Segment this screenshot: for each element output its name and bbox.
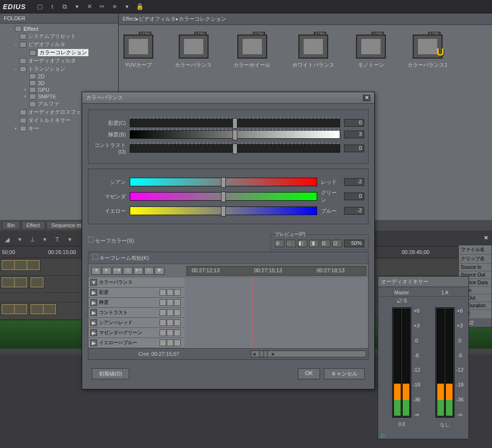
current-time: Crnt: 00:27:15;07 [138, 351, 179, 357]
tool-icon[interactable]: ⊥ [28, 235, 37, 244]
video-clip[interactable] [1, 259, 40, 271]
close-icon[interactable]: ✕ [482, 235, 490, 242]
app-title: EDIUS [3, 3, 26, 11]
slider-value[interactable]: -2 [344, 207, 364, 215]
tree-item[interactable]: -Effect [0, 25, 118, 32]
slider-value[interactable]: 3 [344, 131, 364, 138]
color-slider[interactable] [130, 192, 317, 201]
toolbar-icon[interactable]: ▢ [36, 2, 44, 11]
tree-item[interactable]: -ビデオフィルタ [0, 40, 118, 48]
breadcrumb: Effect▸ビデオフィルタ▸カラーコレクション [119, 13, 492, 25]
timecode: 00:26:15;00 [48, 249, 76, 255]
sidebar-header: FOLDER [0, 13, 118, 24]
color-slider[interactable] [130, 178, 317, 186]
close-icon[interactable]: ✕ [363, 95, 370, 101]
slider-value[interactable]: 0 [344, 193, 364, 200]
info-row: クリップ名 [459, 254, 492, 264]
keyframe-param-row[interactable]: ▶イエロー⇔ブルー [88, 338, 184, 348]
toolbar-dropdown-icon[interactable]: ▾ [73, 2, 82, 11]
preview-mode-button[interactable]: ⊘ [275, 240, 284, 247]
timecode: 00:28:45;00 [402, 249, 430, 255]
tree-item[interactable]: カラーコレクション [0, 48, 118, 57]
slider-value[interactable]: 0 [344, 119, 364, 127]
safe-color-checkbox[interactable]: セーフカラー(S) [88, 237, 134, 244]
play-icon[interactable]: ▷ [378, 431, 468, 439]
slider[interactable] [130, 119, 340, 127]
video-clip[interactable] [30, 303, 57, 315]
tool-dropdown-icon[interactable]: ▾ [15, 235, 24, 244]
effect-thumbnail[interactable]: V.FilterUカラーバランス1 [407, 35, 447, 69]
mixer-meter: +6+30-6-12-18-36-∞ [392, 307, 411, 418]
keyframe-param-row[interactable]: ▼カラーバランス [88, 278, 184, 288]
keyframe-param-row[interactable]: ▶シアン⇔レッド [88, 318, 184, 328]
preview-mode-button[interactable]: □ [286, 240, 296, 247]
preview-mode-button[interactable]: ◧ [298, 240, 308, 247]
toolbar-icon[interactable]: t [48, 2, 57, 11]
keyframe-param-row[interactable]: ▶彩度 [88, 288, 184, 298]
mixer-title: オーディオミキサー [378, 277, 468, 287]
toolbar-icon[interactable]: ≡ [111, 2, 119, 11]
lock-icon[interactable]: 🔒 [135, 2, 144, 11]
color-balance-dialog: カラーバランス ✕ 彩度(C)0輝度(B)3コントラスト(O)0 シアンレッド-… [82, 92, 375, 389]
preview-percent[interactable]: 50% [344, 240, 364, 247]
keyframe-graph[interactable] [184, 278, 368, 348]
video-clip[interactable] [1, 277, 28, 288]
tree-item[interactable]: オーディオフィルタ [0, 57, 118, 65]
keyframe-param-row[interactable]: ▶マゼンダ⇔グリーン [88, 328, 184, 338]
cancel-button[interactable]: キャンセル [324, 368, 365, 379]
mixer-value[interactable]: 0.0 [380, 421, 423, 428]
slider-value[interactable]: -2 [344, 178, 364, 186]
kf-play-button[interactable]: ▶ [155, 267, 164, 275]
toolbar-dropdown-icon[interactable]: ▾ [123, 2, 132, 11]
dialog-title: カラーバランス [86, 94, 123, 101]
kf-add-button[interactable]: ◇ [123, 267, 133, 275]
effect-thumbnail[interactable]: V.FilterYUVカーブ [123, 35, 153, 69]
slider-value[interactable]: 0 [344, 145, 364, 152]
keyframe-param-row[interactable]: ▶輝度 [88, 298, 184, 308]
mixer-channel-master: Master [380, 289, 423, 297]
slider[interactable] [130, 130, 340, 139]
tool-dropdown-icon[interactable]: ▾ [40, 235, 49, 244]
video-clip[interactable] [1, 303, 28, 315]
tab-bin[interactable]: Bin [2, 221, 20, 230]
video-clip[interactable] [30, 277, 44, 288]
color-slider[interactable] [130, 206, 317, 215]
info-row: Source In [459, 264, 492, 271]
tree-item[interactable]: システムプリセット [0, 32, 118, 40]
effect-thumbnail[interactable]: V.Filterカラーホイール [234, 35, 271, 69]
tree-item[interactable]: 3D [0, 80, 118, 86]
kf-nav-button[interactable]: ► [102, 267, 111, 275]
slider[interactable] [130, 144, 340, 153]
default-button[interactable]: 初期値(D) [92, 368, 129, 379]
kf-play-button[interactable]: ▷ [144, 267, 154, 275]
mixer-mode[interactable]: なし [423, 421, 467, 429]
tool-icon[interactable]: ◢ [3, 235, 12, 244]
effect-thumbnail[interactable]: V.Filterホワイトバランス [292, 35, 334, 69]
tab-sequence[interactable]: Sequence m [46, 221, 86, 230]
ok-button[interactable]: OK [298, 368, 320, 379]
preview-mode-button[interactable]: ⊡ [332, 240, 342, 247]
keyframe-ruler[interactable]: 00:27:12;13 00:27:15;13 00:27:18;13 [186, 266, 366, 276]
text-tool-icon[interactable]: T [53, 235, 62, 244]
tool-dropdown-icon[interactable]: ▾ [65, 235, 74, 244]
app-toolbar: EDIUS ▢ t ⧉ ▾ ✕ ✂ ≡ ▾ 🔒 [0, 0, 492, 13]
scrollbar[interactable]: ◄ ║║║ ► [251, 351, 366, 357]
tab-effect[interactable]: Effect [21, 221, 45, 230]
tree-item[interactable]: 2D [0, 73, 118, 80]
keyframe-param-row[interactable]: ▶コントラスト [88, 308, 184, 318]
preview-mode-button[interactable]: ◨ [309, 240, 319, 247]
toolbar-icon[interactable]: ✂ [98, 2, 107, 11]
kf-nav-button[interactable]: ×◄ [112, 267, 122, 275]
toolbar-icon[interactable]: ✕ [86, 2, 94, 11]
effect-thumbnail[interactable]: V.Filterモノトーン [356, 35, 386, 69]
kf-nav-button[interactable]: ►× [134, 267, 143, 275]
tree-item[interactable]: -トランジション [0, 65, 118, 73]
audio-mixer-panel: オーディオミキサー Master 🔊 S +6+30-6-12-18-36-∞ … [378, 276, 469, 439]
preview-mode-button[interactable]: ⊟ [321, 240, 331, 247]
kf-nav-button[interactable]: ◄ [91, 267, 101, 275]
effect-thumbnail[interactable]: V.Filterカラーバランス [175, 35, 212, 69]
solo-button[interactable]: S [404, 298, 407, 303]
keyframe-enable-checkbox[interactable]: キーフレーム有効(K) [92, 254, 149, 262]
toolbar-icon[interactable]: ⧉ [61, 2, 69, 11]
mixer-channel-1a: 1 A [423, 289, 467, 297]
